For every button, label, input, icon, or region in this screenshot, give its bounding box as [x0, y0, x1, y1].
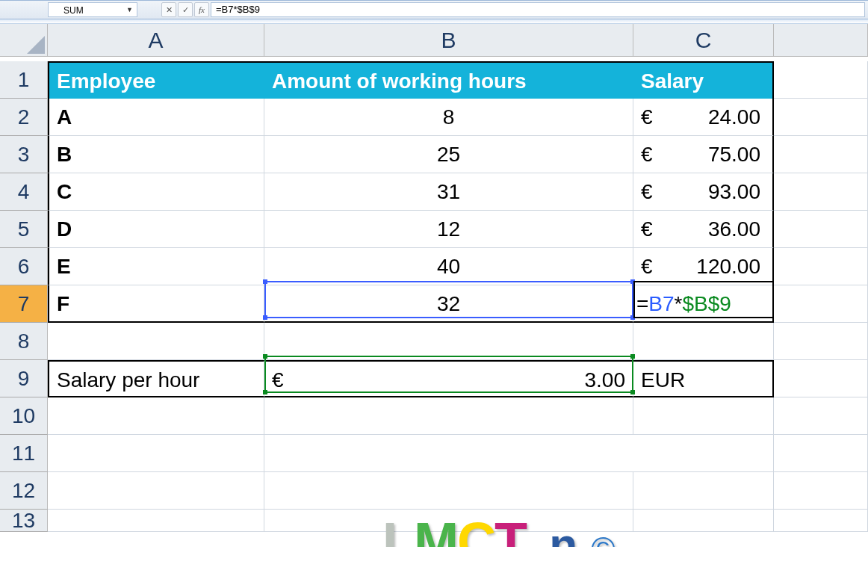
- cell-C8[interactable]: [633, 323, 774, 360]
- cell-D12[interactable]: [774, 472, 868, 510]
- cell-D10[interactable]: [774, 397, 868, 435]
- cell-D6[interactable]: [774, 248, 868, 285]
- row-header-10[interactable]: 10: [0, 397, 48, 435]
- cell-B1[interactable]: Amount of working hours: [264, 61, 633, 99]
- cell-D7[interactable]: [774, 285, 868, 323]
- cell-C1[interactable]: Salary: [633, 61, 774, 99]
- cell-A9[interactable]: Salary per hour: [48, 360, 264, 397]
- cell-B8[interactable]: [264, 323, 633, 360]
- cell-C12[interactable]: [633, 472, 774, 510]
- cell-A1[interactable]: Employee: [48, 61, 264, 99]
- cancel-button[interactable]: ✕: [161, 2, 176, 17]
- cell-D2[interactable]: [774, 99, 868, 136]
- formula-input[interactable]: =B7*$B$9: [211, 2, 865, 17]
- row-header-12[interactable]: 12: [0, 472, 48, 510]
- row-header-11[interactable]: 11: [0, 435, 48, 472]
- cell-C2[interactable]: €24.00: [633, 99, 774, 136]
- row-header-5[interactable]: 5: [0, 211, 48, 248]
- cell-A2[interactable]: A: [48, 99, 264, 136]
- cell-D4[interactable]: [774, 173, 868, 211]
- formula-text: =B7*$B$9: [216, 4, 260, 15]
- name-box-value: SUM: [63, 5, 84, 16]
- cell-C4[interactable]: €93.00: [633, 173, 774, 211]
- cell-C6[interactable]: €120.00: [633, 248, 774, 285]
- column-header-blank[interactable]: [774, 24, 868, 57]
- row-header-7[interactable]: 7: [0, 285, 48, 323]
- insert-function-button[interactable]: fx: [194, 2, 209, 17]
- row-header-6[interactable]: 6: [0, 248, 48, 285]
- cell-C3[interactable]: €75.00: [633, 136, 774, 173]
- row-header-13[interactable]: 13: [0, 510, 48, 532]
- cell-A3[interactable]: B: [48, 136, 264, 173]
- cell-A5[interactable]: D: [48, 211, 264, 248]
- cell-B6[interactable]: 40: [264, 248, 633, 285]
- cell-A11[interactable]: [48, 435, 264, 472]
- cell-A12[interactable]: [48, 472, 264, 510]
- cell-B5[interactable]: 12: [264, 211, 633, 248]
- cell-A8[interactable]: [48, 323, 264, 360]
- cell-A4[interactable]: C: [48, 173, 264, 211]
- name-box-dropdown-icon[interactable]: ▼: [124, 4, 135, 16]
- cell-C10[interactable]: [633, 397, 774, 435]
- cell-B3[interactable]: 25: [264, 136, 633, 173]
- enter-button[interactable]: ✓: [178, 2, 193, 17]
- row-header-8[interactable]: 8: [0, 323, 48, 360]
- cell-B4[interactable]: 31: [264, 173, 633, 211]
- cell-D9[interactable]: [774, 360, 868, 397]
- cell-A7[interactable]: F: [48, 285, 264, 323]
- row-header-9[interactable]: 9: [0, 360, 48, 397]
- cell-D1[interactable]: [774, 61, 868, 99]
- cell-D5[interactable]: [774, 211, 868, 248]
- row-header-2[interactable]: 2: [0, 99, 48, 136]
- cell-A6[interactable]: E: [48, 248, 264, 285]
- cell-B10[interactable]: [264, 397, 633, 435]
- cell-B9[interactable]: €3.00: [264, 360, 633, 397]
- cell-C13[interactable]: [633, 510, 774, 532]
- column-header-C[interactable]: C: [633, 24, 774, 57]
- select-all-corner[interactable]: [0, 24, 48, 57]
- watermark: LMCT n ©: [329, 450, 614, 547]
- name-box[interactable]: SUM ▼: [48, 2, 137, 17]
- cell-B2[interactable]: 8: [264, 99, 633, 136]
- cell-C7[interactable]: =B7*$B$9: [633, 285, 774, 323]
- cell-D13[interactable]: [774, 510, 868, 532]
- cell-C5[interactable]: €36.00: [633, 211, 774, 248]
- cell-D8[interactable]: [774, 323, 868, 360]
- row-header-4[interactable]: 4: [0, 173, 48, 211]
- cell-A13[interactable]: [48, 510, 264, 532]
- cell-A10[interactable]: [48, 397, 264, 435]
- sheet-area: A B C 1 Employee Amount of working hours…: [0, 24, 868, 547]
- cell-D3[interactable]: [774, 136, 868, 173]
- column-header-B[interactable]: B: [264, 24, 633, 57]
- cell-C11[interactable]: [633, 435, 774, 472]
- row-header-1[interactable]: 1: [0, 61, 48, 99]
- column-header-A[interactable]: A: [48, 24, 264, 57]
- cell-B7[interactable]: 32: [264, 285, 633, 323]
- cell-D11[interactable]: [774, 435, 868, 472]
- row-header-3[interactable]: 3: [0, 136, 48, 173]
- formula-bar: SUM ▼ ✕ ✓ fx =B7*$B$9: [0, 0, 868, 19]
- cell-C9[interactable]: EUR: [633, 360, 774, 397]
